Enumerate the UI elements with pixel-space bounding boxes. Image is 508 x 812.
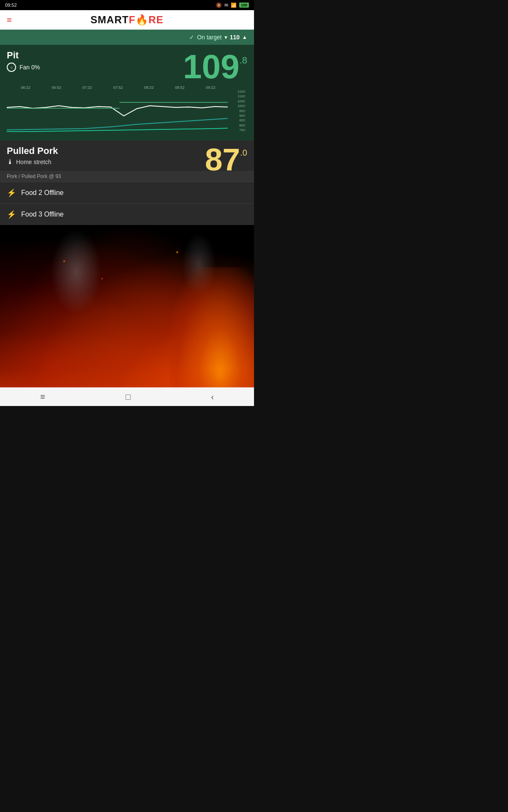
pulled-pork-section: Pulled Pork 87 .0 🌡 Home stretch [0, 140, 254, 171]
battery-icon: 100 [239, 3, 249, 8]
chart-label-y-3: 100C [237, 104, 246, 108]
time: 09:52 [5, 3, 17, 8]
status-bar: 09:52 🔕 ✉ 📶 100 [0, 0, 254, 10]
bottom-nav: ≡ □ ‹ [0, 387, 254, 406]
app-header: ≡ SMARTF🔥RE [0, 10, 254, 30]
chart-area: 115C 110C 105C 100C 95C 90C 85C 80C 75C [7, 90, 247, 132]
chart-label-x-2: 07:22 [83, 85, 92, 90]
pit-label: Pit [7, 50, 40, 61]
chart-svg [7, 90, 228, 132]
logo-re: RE [149, 14, 163, 25]
chart-label-y-1: 110C [237, 94, 246, 98]
food-status-text: Home stretch [16, 159, 51, 165]
chart-y-labels: 115C 110C 105C 100C 95C 90C 85C 80C 75C [237, 90, 246, 132]
status-icons: 🔕 ✉ 📶 100 [216, 3, 249, 8]
target-check-icon: ✓ [189, 34, 194, 41]
thermometer-icon: 🌡 [7, 158, 14, 166]
logo-smart: SMART [91, 14, 129, 25]
ember-1 [64, 261, 65, 262]
offline-label-food2: Food 2 Offline [21, 189, 64, 197]
message-icon: ✉ [224, 3, 228, 8]
chart-label-y-4: 95C [237, 109, 246, 113]
chart-label-x-3: 07:52 [113, 85, 123, 90]
pit-header: Pit ○ Fan 0% 109 .8 [7, 50, 247, 84]
offline-item-food3: ⚡ Food 3 Offline [0, 203, 254, 225]
hamburger-nav-icon[interactable]: ≡ [40, 392, 45, 402]
back-nav-icon[interactable]: ‹ [211, 392, 214, 402]
logo-fire: F [129, 14, 135, 25]
chart-label-x-0: 06:22 [21, 85, 30, 90]
target-arrow-up-icon[interactable]: ▲ [242, 34, 247, 40]
pit-left: Pit ○ Fan 0% [7, 50, 40, 72]
ember-3 [177, 252, 178, 253]
fan-icon: ○ [7, 63, 16, 72]
pit-section: Pit ○ Fan 0% 109 .8 06:22 06:52 07:22 07… [0, 45, 254, 140]
chart-label-x-1: 06:52 [52, 85, 61, 90]
home-nav-icon[interactable]: □ [125, 392, 130, 402]
chart-label-y-0: 115C [237, 90, 246, 93]
chart-label-x-5: 08:52 [175, 85, 185, 90]
chart-x-labels: 06:22 06:52 07:22 07:52 08:22 08:52 09:2… [7, 85, 247, 90]
offline-item-food2: ⚡ Food 2 Offline [0, 182, 254, 203]
food-temperature-decimal: .0 [240, 148, 247, 158]
logo-flame: 🔥 [135, 14, 149, 25]
fire-area [0, 225, 254, 403]
fan-label: Fan 0% [19, 64, 40, 71]
smoke-left [51, 229, 102, 314]
pit-temperature-decimal: .8 [240, 55, 247, 66]
offline-label-food3: Food 3 Offline [21, 211, 64, 218]
target-temperature: 110 [230, 34, 240, 41]
fan-info: ○ Fan 0% [7, 63, 40, 72]
wifi-icon: 📶 [231, 3, 237, 8]
chart-label-y-2: 105C [237, 99, 246, 103]
lightning-icon-food3: ⚡ [7, 210, 16, 219]
chart-label-y-8: 75C [237, 128, 246, 132]
chart-label-y-5: 90C [237, 114, 246, 118]
pit-temp-container: 109 .8 [183, 50, 247, 84]
target-bar[interactable]: ✓ On target ▾ 110 ▲ [0, 30, 254, 45]
chart-label-y-6: 85C [237, 118, 246, 122]
food-temp-container: 87 .0 [205, 144, 247, 176]
chart-label-x-4: 08:22 [144, 85, 154, 90]
menu-button[interactable]: ≡ [7, 15, 12, 25]
chart-container: 06:22 06:52 07:22 07:52 08:22 08:52 09:2… [7, 85, 247, 140]
chart-label-y-7: 80C [237, 123, 246, 127]
ember-2 [102, 278, 102, 279]
app-logo: SMARTF🔥RE [91, 14, 163, 26]
pit-temperature: 109 [183, 50, 239, 84]
lightning-icon-food2: ⚡ [7, 188, 16, 198]
target-dropdown-icon[interactable]: ▾ [224, 34, 227, 41]
food-temperature: 87 [205, 144, 240, 176]
target-status: On target [197, 34, 221, 41]
mute-icon: 🔕 [216, 3, 222, 8]
chart-label-x-6: 09:22 [206, 85, 215, 90]
